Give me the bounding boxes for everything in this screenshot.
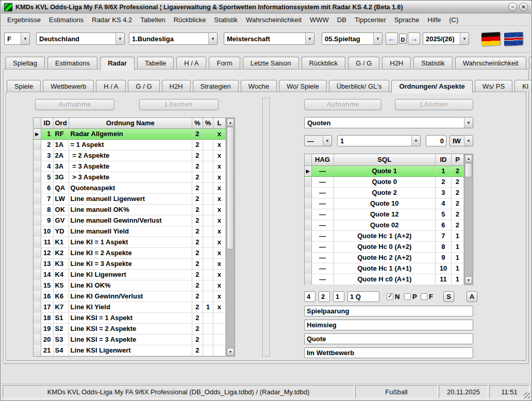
secondary-tab[interactable]: Ws/ PS [475,80,512,92]
ordnung-row[interactable]: 2 1A = 1 Aspekt 2 x [34,139,226,150]
ordnung-row[interactable]: 16 K6 Line KI Gewinn/Verlust 2 x [34,291,226,302]
primary-tab[interactable]: Wahrscheinlichkeit [455,57,526,69]
secondary-tab[interactable]: Strategien [193,80,239,92]
secondary-tab[interactable]: Spiele [7,80,41,92]
secondary-tab[interactable]: Wettbewerb [43,80,94,92]
uk-flag-icon[interactable] [504,32,523,46]
title-bar[interactable]: KMDs KVL Odds-Liga My FA 9/6X Profession… [1,1,531,13]
left-aufnahme-button[interactable]: Aufnahme [35,99,114,110]
primary-tab[interactable]: Statistik [413,57,453,69]
aspekt-combobox[interactable]: 1▼ [337,135,421,146]
menu-item[interactable]: Statistik [210,14,242,25]
primary-tab[interactable]: H / A [176,57,206,69]
info-field[interactable]: Quote [304,333,473,344]
menu-item[interactable]: Estimations [45,14,88,25]
ordnung-row[interactable]: 12 K2 Line KI = 2 Aspekte 2 x [34,247,226,258]
primary-tab[interactable]: Form [209,57,240,69]
secondary-tab[interactable]: Woche [241,80,277,92]
scrollbar-thumb[interactable] [465,163,472,177]
ordnung-row[interactable]: 21 S4 Line KSI Ligenwert 2 [34,345,226,356]
menu-item[interactable]: Tippcenter [351,14,390,25]
menu-item[interactable]: Rückblicke [170,14,210,25]
sql-row[interactable]: — Quote Hc 1 (A+2) 7 1 [305,230,464,241]
sql-row[interactable]: — Quote 0 2 2 [305,176,464,187]
league-combobox[interactable]: 1.Bundesliga▼ [129,32,218,45]
sql-row[interactable]: — Quote H c0 (A+1) 11 1 [305,274,464,285]
quick-field[interactable]: 4 [304,291,315,302]
ordnung-row[interactable]: 20 S3 Line KSI = 3 Aspekte 2 [34,334,226,345]
value-field[interactable]: 0 [426,135,446,146]
ordnung-row[interactable]: 3 2A = 2 Aspekte 2 x [34,150,226,161]
sql-row[interactable]: — Quote 12 5 2 [305,209,464,220]
s-button[interactable]: S [443,291,454,302]
secondary-tab[interactable]: Überblick/ GL's [329,80,390,92]
menu-item[interactable]: Wahrscheinlichkeit [242,14,306,25]
season-combobox[interactable]: 2025/(26)▼ [423,32,469,45]
sql-row[interactable]: — Quote 10 4 2 [305,198,464,209]
hag-combobox[interactable]: —▼ [304,135,332,146]
primary-tab[interactable]: DB [529,57,532,69]
secondary-tab[interactable]: KI [514,80,532,92]
left-loeschen-button[interactable]: Löschen [139,99,219,110]
ordnung-row[interactable]: 9 GV Line manuell Gewinn/Verlust 2 x [34,215,226,226]
primary-tab[interactable]: Rückblick [302,57,346,69]
sql-row[interactable]: — Quote 2 3 2 [305,187,464,198]
checkbox[interactable]: P [404,293,417,300]
menu-item[interactable]: DB [333,14,351,25]
matchday-combobox[interactable]: 05.Spieltag▼ [322,32,383,45]
resize-grip[interactable] [524,392,530,398]
sql-row[interactable]: ▶ — Quote 1 1 2 [305,165,464,176]
ordnung-row[interactable]: 8 OK Line manuell OK% 2 x [34,204,226,215]
checkbox-box-icon[interactable] [387,293,393,300]
primary-tab[interactable]: H2H [382,57,411,69]
a-button[interactable]: A [467,291,477,302]
ordnung-row[interactable]: 10 YD Line manuell Yield 2 x [34,226,226,237]
secondary-tab[interactable]: G / G [128,80,159,92]
sql-row[interactable]: — Quote 02 6 2 [305,220,464,230]
ordnung-row[interactable]: 6 QA Quotenaspekt 2 x [34,182,226,193]
iw-combobox[interactable]: IW▼ [450,135,473,146]
ordnung-row[interactable]: ▶ 1 RF Radar Allgemein 2 x [34,128,226,139]
info-field[interactable]: Spielpaarung [304,306,473,316]
checkbox[interactable]: N [387,293,400,300]
primary-tab[interactable]: Radar [100,57,135,70]
primary-tab[interactable]: G / G [348,57,379,69]
ordnung-row[interactable]: 11 K1 Line KI = 1 Aspekt 2 x [34,237,226,247]
close-button[interactable]: ✕ [519,3,528,11]
quick-field[interactable]: 1 Q [347,291,379,302]
menu-item[interactable]: Ergebnisse [3,14,45,25]
secondary-tab[interactable]: Wo/ Spiele [279,80,327,92]
sql-row[interactable]: — Quote Hc 1 (A+1) 10 1 [305,263,464,274]
checkbox-box-icon[interactable] [404,293,411,300]
menu-item[interactable]: (C) [445,14,462,25]
menu-item[interactable]: Radar KS 4.2 [88,14,136,25]
scroll-up-icon[interactable]: ▲ [227,119,234,126]
german-flag-icon[interactable] [481,32,500,46]
left-table-scrollbar[interactable]: ▲ ▼ [226,118,235,356]
ordnung-row[interactable]: 18 S1 Line KSI = 1 Aspekt 2 [34,312,226,323]
category-combobox[interactable]: Quoten▼ [304,117,473,128]
ordnung-row[interactable]: 5 3G > 3 Aspekte 2 x [34,172,226,182]
secondary-tab[interactable]: Ordnungen/ Aspekte [391,80,472,93]
secondary-tab[interactable]: H2H [162,80,191,92]
menu-item[interactable]: Hilfe [423,14,445,25]
info-field[interactable]: Im Wettbewerb [304,347,473,358]
menu-item[interactable]: Tabellen [136,14,169,25]
right-aufnahme-button[interactable]: Aufnahme [304,99,381,110]
info-field[interactable]: Heimsieg [304,320,473,330]
scrollbar-thumb[interactable] [227,127,234,249]
secondary-tab[interactable]: H / A [96,80,126,92]
checkbox[interactable]: F [421,293,433,300]
scroll-down-icon[interactable]: ▼ [465,276,472,284]
next-matchday-button[interactable]: → [408,32,420,45]
scroll-down-icon[interactable]: ▼ [227,348,234,356]
ordnung-row[interactable]: 14 K4 Line KI Ligenwert 2 x [34,269,226,280]
ordnung-row[interactable]: 19 S2 Line KSI = 2 Aspekte 2 [34,323,226,334]
quick-field[interactable]: 2 [319,291,330,302]
scroll-up-icon[interactable]: ▲ [465,155,472,162]
competition-combobox[interactable]: Meisterschaft▼ [224,32,314,45]
prev-matchday-button[interactable]: ← [386,32,398,45]
sql-row[interactable]: — Quote Hc 2 (A+2) 9 1 [305,252,464,263]
menu-item[interactable]: WWW [306,14,333,25]
ordnung-row[interactable]: 4 3A = 3 Aspekte 2 x [34,161,226,172]
